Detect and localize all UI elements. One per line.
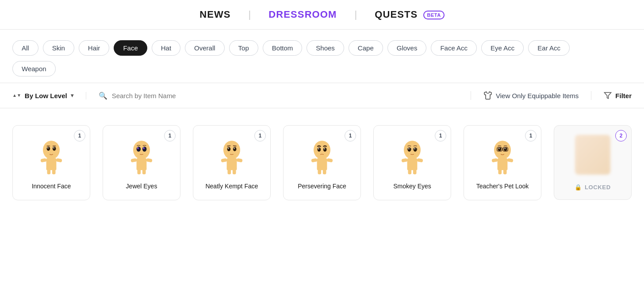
svg-rect-54 <box>413 169 417 174</box>
item-card-3[interactable]: 1 Neatly <box>187 119 277 206</box>
category-row-2: Weapon <box>12 61 632 76</box>
svg-rect-30 <box>236 158 242 162</box>
items-grid: 1 <box>0 108 644 217</box>
svg-point-6 <box>53 147 54 149</box>
svg-point-4 <box>53 146 56 151</box>
cat-face-acc[interactable]: Face Acc <box>431 40 477 56</box>
search-input[interactable] <box>112 92 458 99</box>
cat-gloves[interactable]: Gloves <box>387 40 427 56</box>
svg-rect-9 <box>47 169 51 174</box>
svg-point-36 <box>323 147 327 152</box>
svg-rect-39 <box>311 158 317 162</box>
nav-news[interactable]: NEWS <box>182 9 248 20</box>
svg-rect-42 <box>323 169 326 174</box>
svg-point-12 <box>133 141 150 159</box>
cat-top[interactable]: Top <box>229 40 258 56</box>
svg-rect-10 <box>52 169 56 174</box>
filter-icon <box>604 92 612 99</box>
filter-control[interactable]: Filter <box>591 92 632 99</box>
svg-rect-52 <box>417 158 423 162</box>
cat-hat[interactable]: Hat <box>152 40 180 56</box>
svg-point-34 <box>314 141 330 159</box>
level-badge-4: 1 <box>345 130 356 141</box>
svg-point-49 <box>408 148 410 149</box>
item-image-1 <box>31 133 71 177</box>
svg-rect-32 <box>233 169 236 174</box>
svg-rect-21 <box>138 169 141 174</box>
beta-badge: BETA <box>423 11 444 19</box>
level-badge-1: 1 <box>74 130 85 141</box>
svg-point-28 <box>234 147 235 149</box>
cat-hair[interactable]: Hair <box>79 40 110 56</box>
category-row-1: All Skin Hair Face Hat Overall Top Botto… <box>12 40 632 56</box>
item-name-5: Smokey Eyes <box>393 182 431 191</box>
level-badge-3: 1 <box>254 130 266 141</box>
locked-label: LOCKED <box>585 184 611 191</box>
cat-bottom[interactable]: Bottom <box>263 40 303 56</box>
cat-cape[interactable]: Cape <box>349 40 383 56</box>
equippable-control[interactable]: View Only Equippable Items <box>471 91 591 100</box>
lock-icon: 🔒 <box>575 184 582 191</box>
item-card-6[interactable]: 1 <box>457 119 548 206</box>
item-image-2 <box>122 133 161 177</box>
svg-point-25 <box>227 147 231 151</box>
svg-point-27 <box>228 147 229 149</box>
svg-point-3 <box>47 146 50 151</box>
svg-point-48 <box>414 147 417 152</box>
cat-ear-acc[interactable]: Ear Acc <box>528 40 570 56</box>
cat-weapon[interactable]: Weapon <box>12 61 56 76</box>
item-card-4[interactable]: 1 <box>277 119 367 206</box>
item-image-4 <box>302 133 342 177</box>
controls-bar: ▲▼ By Low Level ▾ 🔍 View Only Equippable… <box>0 83 644 108</box>
svg-point-35 <box>318 147 321 152</box>
item-card-1[interactable]: 1 <box>6 119 96 206</box>
svg-rect-53 <box>408 169 412 174</box>
svg-rect-22 <box>142 169 146 174</box>
item-card-7[interactable]: 2 🔒 LOCKED <box>548 119 638 206</box>
category-section: All Skin Hair Face Hat Overall Top Botto… <box>0 30 644 76</box>
cat-shoes[interactable]: Shoes <box>307 40 344 56</box>
svg-rect-8 <box>56 158 62 162</box>
svg-rect-7 <box>40 158 46 162</box>
level-badge-6: 1 <box>525 130 537 141</box>
svg-point-56 <box>494 141 511 159</box>
nav-quests[interactable]: QUESTS BETA <box>357 9 462 20</box>
cat-skin[interactable]: Skin <box>43 40 74 56</box>
svg-point-26 <box>233 147 237 151</box>
item-card-2[interactable]: 1 <box>96 119 187 206</box>
chevron-down-icon: ▾ <box>71 92 73 99</box>
svg-point-38 <box>324 148 325 149</box>
sort-label: By Low Level <box>25 92 67 99</box>
item-name-4: Persevering Face <box>298 182 346 191</box>
sort-control[interactable]: ▲▼ By Low Level ▾ <box>12 92 86 99</box>
svg-point-2 <box>43 141 60 159</box>
shirt-icon <box>483 91 492 100</box>
item-name-3: Neatly Kempt Face <box>205 182 258 191</box>
svg-rect-11 <box>137 158 147 170</box>
equippable-label: View Only Equippable Items <box>496 92 579 99</box>
svg-rect-41 <box>318 169 322 174</box>
cat-overall[interactable]: Overall <box>185 40 225 56</box>
svg-point-5 <box>47 147 49 149</box>
locked-overlay: 🔒 LOCKED <box>575 184 610 191</box>
filter-label: Filter <box>615 92 632 99</box>
item-card-5[interactable]: 1 <box>367 119 457 206</box>
cat-face[interactable]: Face <box>114 40 147 56</box>
item-name-6: Teacher's Pet Look <box>476 182 529 191</box>
item-name-1: Innocent Face <box>32 182 71 191</box>
svg-rect-66 <box>498 169 502 174</box>
svg-rect-43 <box>407 158 418 170</box>
cat-all[interactable]: All <box>12 40 38 56</box>
svg-rect-65 <box>507 158 513 162</box>
cat-eye-acc[interactable]: Eye Acc <box>481 40 524 56</box>
item-name-2: Jewel Eyes <box>126 182 157 191</box>
header-nav: NEWS | DRESSROOM | QUESTS BETA <box>0 0 644 30</box>
svg-rect-55 <box>498 158 508 170</box>
svg-point-44 <box>404 141 421 159</box>
svg-rect-19 <box>130 158 137 162</box>
nav-dressroom[interactable]: DRESSROOM <box>251 9 354 20</box>
item-image-6 <box>483 133 522 177</box>
svg-marker-0 <box>605 92 611 99</box>
item-image-7 <box>573 133 613 177</box>
svg-point-17 <box>138 147 138 148</box>
